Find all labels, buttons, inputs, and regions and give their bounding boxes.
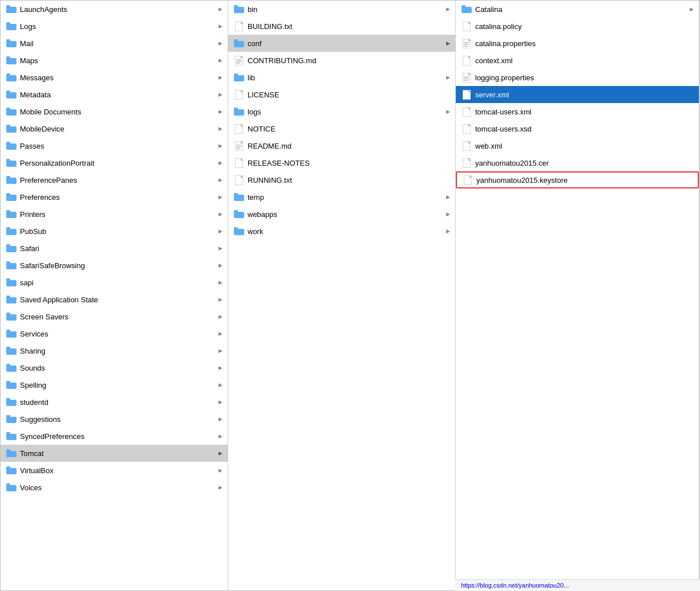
- chevron-icon: ▶: [217, 109, 223, 114]
- folder-icon: [6, 363, 17, 373]
- list-item[interactable]: server.xml: [456, 86, 699, 103]
- list-item[interactable]: bin▶: [228, 1, 455, 18]
- list-item[interactable]: yanhuomatou2015.cer: [456, 154, 699, 171]
- list-item[interactable]: SyncedPreferences▶: [1, 428, 228, 445]
- list-item[interactable]: MobileDevice▶: [1, 120, 228, 137]
- chevron-icon: ▶: [217, 382, 223, 388]
- list-item[interactable]: tomcat-users.xml: [456, 103, 699, 120]
- list-item[interactable]: Preferences▶: [1, 188, 228, 206]
- file-icon: [462, 158, 472, 168]
- chevron-icon: ▶: [689, 6, 694, 12]
- list-item[interactable]: Passes▶: [1, 137, 228, 154]
- item-label: VirtualBox: [20, 466, 215, 475]
- list-item[interactable]: logging.properties: [456, 69, 699, 86]
- list-item[interactable]: LaunchAgents▶: [1, 1, 228, 18]
- item-label: Tomcat: [20, 449, 215, 458]
- chevron-icon: ▶: [217, 365, 223, 371]
- list-item[interactable]: VirtualBox▶: [1, 462, 228, 479]
- list-item[interactable]: RUNNING.txt: [228, 171, 455, 188]
- list-item[interactable]: RELEASE-NOTES: [228, 154, 455, 171]
- list-item[interactable]: Tomcat▶: [1, 445, 228, 462]
- item-label: tomcat-users.xsd: [475, 125, 694, 133]
- list-item[interactable]: BUILDING.txt: [228, 18, 455, 35]
- item-label: context.xml: [475, 56, 694, 65]
- folder-icon: [6, 106, 17, 117]
- list-item[interactable]: Services▶: [1, 325, 228, 342]
- chevron-arrow-icon: ▶: [219, 177, 223, 183]
- item-label: conf: [248, 39, 443, 48]
- chevron-arrow-icon: ▶: [219, 485, 223, 490]
- list-item[interactable]: Logs▶: [1, 18, 228, 35]
- list-item[interactable]: work▶: [228, 223, 455, 240]
- svg-rect-17: [6, 91, 10, 93]
- item-label: Mail: [20, 39, 215, 48]
- svg-rect-5: [6, 22, 10, 24]
- item-label: server.xml: [475, 91, 694, 99]
- list-item[interactable]: context.xml: [456, 52, 699, 69]
- folder-icon: [6, 226, 17, 236]
- list-item[interactable]: conf▶: [228, 35, 455, 52]
- list-item[interactable]: web.xml: [456, 137, 699, 154]
- list-item[interactable]: catalina.policy: [456, 18, 699, 35]
- chevron-icon: ▶: [445, 211, 451, 217]
- column-1: LaunchAgents▶Logs▶Mail▶Maps▶Messages▶Met…: [1, 1, 228, 590]
- list-item[interactable]: Mail▶: [1, 35, 228, 52]
- chevron-icon: ▶: [217, 194, 223, 200]
- list-item[interactable]: yanhuomatou2015.keystore: [456, 171, 699, 188]
- chevron-icon: ▶: [445, 228, 451, 234]
- file-icon: [462, 124, 472, 134]
- svg-rect-124: [234, 210, 238, 212]
- file-icon: [234, 175, 244, 185]
- chevron-icon: ▶: [217, 450, 223, 456]
- list-item[interactable]: Suggestions▶: [1, 411, 228, 428]
- list-item[interactable]: SafariSafeBrowsing▶: [1, 257, 228, 274]
- list-item[interactable]: sapi▶: [1, 274, 228, 291]
- folder-icon: [6, 209, 17, 219]
- list-item[interactable]: logs▶: [228, 103, 455, 120]
- folder-icon: [6, 158, 17, 168]
- list-item[interactable]: Screen Savers▶: [1, 308, 228, 325]
- chevron-arrow-icon: ▶: [219, 433, 223, 439]
- item-label: Screen Savers: [20, 313, 215, 321]
- chevron-arrow-icon: ▶: [446, 109, 450, 114]
- list-item[interactable]: Spelling▶: [1, 376, 228, 393]
- list-item[interactable]: CONTRIBUTING.md: [228, 52, 455, 69]
- finder-window: LaunchAgents▶Logs▶Mail▶Maps▶Messages▶Met…: [0, 0, 700, 591]
- list-item[interactable]: PubSub▶: [1, 223, 228, 240]
- list-item[interactable]: Safari▶: [1, 240, 228, 257]
- chevron-arrow-icon: ▶: [219, 126, 223, 132]
- list-item[interactable]: temp▶: [228, 188, 455, 206]
- folder-icon: [6, 380, 17, 390]
- list-item[interactable]: Sharing▶: [1, 342, 228, 359]
- list-item[interactable]: Messages▶: [1, 69, 228, 86]
- chevron-icon: ▶: [217, 280, 223, 285]
- folder-icon: [6, 243, 17, 253]
- list-item[interactable]: Mobile Documents▶: [1, 103, 228, 120]
- folder-icon: [462, 4, 472, 14]
- list-item[interactable]: catalina.properties: [456, 35, 699, 52]
- svg-rect-102: [234, 73, 238, 76]
- folder-icon: [6, 55, 17, 65]
- list-item[interactable]: Catalina▶: [456, 1, 699, 18]
- chevron-icon: ▶: [217, 126, 223, 132]
- list-item[interactable]: webapps▶: [228, 206, 455, 223]
- item-label: Sounds: [20, 364, 215, 372]
- list-item[interactable]: lib▶: [228, 69, 455, 86]
- list-item[interactable]: Maps▶: [1, 52, 228, 69]
- file-icon: [234, 89, 244, 100]
- list-item[interactable]: PreferencePanes▶: [1, 171, 228, 188]
- chevron-arrow-icon: ▶: [219, 160, 223, 166]
- list-item[interactable]: tomcat-users.xsd: [456, 120, 699, 137]
- list-item[interactable]: studentd▶: [1, 393, 228, 411]
- list-item[interactable]: LICENSE: [228, 86, 455, 103]
- list-item[interactable]: PersonalizationPortrait▶: [1, 154, 228, 171]
- list-item[interactable]: Saved Application State▶: [1, 291, 228, 308]
- list-item[interactable]: Voices▶: [1, 479, 228, 496]
- list-item[interactable]: NOTICE: [228, 120, 455, 137]
- chevron-icon: ▶: [217, 160, 223, 166]
- list-item[interactable]: Sounds▶: [1, 359, 228, 376]
- list-item[interactable]: Printers▶: [1, 206, 228, 223]
- list-item[interactable]: Metadata▶: [1, 86, 228, 103]
- list-item[interactable]: README.md: [228, 137, 455, 154]
- item-label: logs: [248, 108, 443, 116]
